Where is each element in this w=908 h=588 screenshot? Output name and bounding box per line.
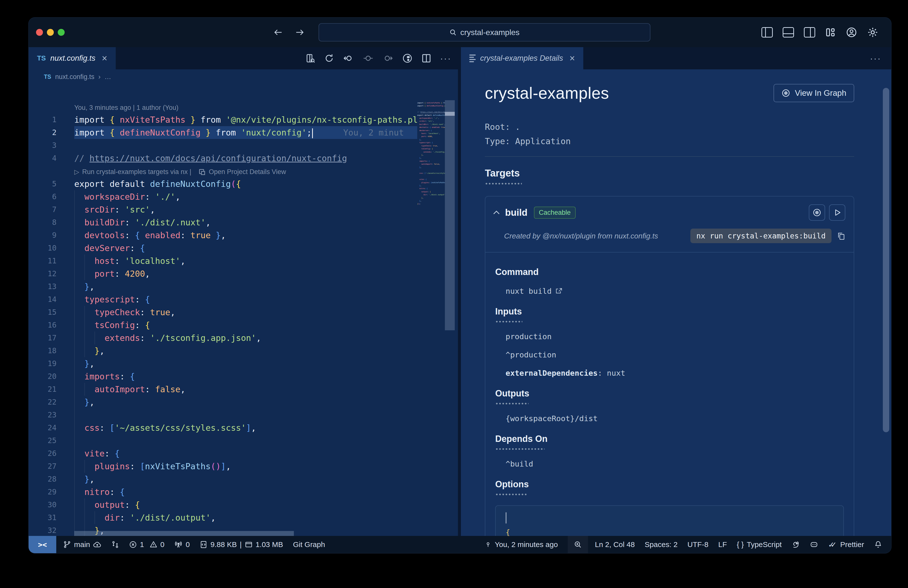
command-value[interactable]: nuxt build (506, 287, 844, 295)
code-line[interactable]: 21autoImport: false, (29, 383, 458, 396)
editor-vertical-scrollbar[interactable] (445, 100, 455, 330)
codelens-run-link[interactable]: Run crystal-examples targets via nx (82, 168, 188, 176)
line-number[interactable]: 11 (29, 255, 74, 267)
line-number[interactable]: 27 (29, 460, 74, 473)
minimap[interactable]: import { nxViteTsPaths } from '@nx/vite/… (417, 101, 445, 220)
line-number[interactable]: 18 (29, 344, 74, 357)
code-content[interactable]: }, (74, 344, 417, 357)
next-change-icon[interactable] (382, 53, 393, 63)
line-number[interactable]: 3 (29, 139, 74, 152)
code-line[interactable]: 3 (29, 139, 458, 152)
open-details-icon[interactable] (199, 169, 204, 174)
panel-vertical-scrollbar[interactable] (883, 88, 889, 432)
eol-item[interactable]: LF (718, 540, 727, 549)
more-actions-icon[interactable]: ··· (440, 53, 452, 63)
toggle-primary-sidebar-icon[interactable] (761, 27, 773, 37)
code-content[interactable]: }, (74, 473, 417, 486)
code-content[interactable]: import { nxViteTsPaths } from '@nx/vite/… (74, 113, 417, 126)
problems-item[interactable]: 1 0 (129, 540, 164, 549)
line-number[interactable]: 2 (29, 126, 74, 139)
breadcrumb[interactable]: TS nuxt.config.ts › … (29, 69, 458, 84)
line-number[interactable]: 22 (29, 396, 74, 409)
line-number[interactable]: 6 (29, 190, 74, 203)
line-number[interactable]: 30 (29, 498, 74, 511)
cursor-position-item[interactable]: Ln 2, Col 48 (595, 540, 635, 549)
code-content[interactable]: buildDir: './dist/.nuxt', (74, 216, 417, 229)
code-content[interactable]: autoImport: false, (74, 383, 417, 396)
line-number[interactable]: 20 (29, 370, 74, 383)
code-content[interactable]: // https://nuxt.com/docs/api/configurati… (74, 152, 417, 165)
command-center-search[interactable]: crystal-examples (319, 23, 650, 42)
code-content[interactable]: port: 4200, (74, 267, 417, 280)
code-line[interactable]: 19}, (29, 357, 458, 370)
breadcrumb-file[interactable]: nuxt.config.ts (55, 73, 94, 81)
code-content[interactable]: output: { (74, 498, 417, 511)
line-number[interactable]: 7 (29, 203, 74, 216)
code-content[interactable]: }, (74, 357, 417, 370)
line-number[interactable]: 12 (29, 267, 74, 280)
code-content[interactable] (74, 139, 417, 152)
line-number[interactable]: 28 (29, 473, 74, 486)
code-line[interactable]: 2import { defineNuxtConfig } from 'nuxt/… (29, 126, 458, 139)
zoom-item[interactable] (568, 536, 588, 553)
line-number[interactable]: 25 (29, 434, 74, 447)
language-item[interactable]: { } TypeScript (737, 540, 782, 549)
code-line[interactable]: 5export default defineNuxtConfig({ (29, 177, 458, 190)
git-compare-item[interactable] (111, 541, 119, 548)
code-line[interactable]: 16tsConfig: { (29, 319, 458, 332)
code-line[interactable]: 14typescript: { (29, 293, 458, 306)
code-content[interactable]: typescript: { (74, 293, 417, 306)
close-tab-icon[interactable]: × (570, 53, 575, 64)
code-line[interactable]: 6workspaceDir: './', (29, 190, 458, 203)
external-link-icon[interactable] (555, 287, 563, 295)
line-number[interactable]: 19 (29, 357, 74, 370)
code-line[interactable]: 31dir: './dist/.output', (29, 511, 458, 524)
line-number[interactable]: 5 (29, 177, 74, 190)
line-number[interactable] (29, 100, 74, 113)
code-content[interactable]: }, (74, 280, 417, 293)
line-number[interactable]: 26 (29, 447, 74, 460)
code-line[interactable]: 22}, (29, 396, 458, 409)
code-content[interactable]: ▷Run crystal-examples targets via nx | O… (74, 165, 417, 177)
ports-item[interactable]: 0 (174, 540, 190, 549)
line-number[interactable]: 17 (29, 332, 74, 344)
nx-run-command-chip[interactable]: nx run crystal-examples:build (691, 229, 832, 243)
code-content[interactable]: dir: './dist/.output', (74, 511, 417, 524)
code-line[interactable]: 23 (29, 409, 458, 421)
line-number[interactable]: 10 (29, 242, 74, 255)
line-number[interactable]: 32 (29, 524, 74, 536)
timeline-icon[interactable] (402, 53, 412, 63)
close-window-button[interactable] (36, 29, 43, 36)
blame-item[interactable]: You, 2 minutes ago (485, 540, 558, 549)
code-content[interactable]: css: ['~/assets/css/styles.scss'], (74, 421, 417, 434)
line-number[interactable]: 4 (29, 152, 74, 165)
blame-line[interactable]: You, 3 minutes ago | 1 author (You) (29, 100, 458, 113)
code-content[interactable] (74, 434, 417, 447)
code-content[interactable]: import { defineNuxtConfig } from 'nuxt/c… (74, 126, 417, 139)
code-line[interactable]: 18}, (29, 344, 458, 357)
code-content[interactable]: plugins: [nxViteTsPaths()], (74, 460, 417, 473)
line-number[interactable]: 29 (29, 486, 74, 498)
code-content[interactable]: nitro: { (74, 486, 417, 498)
open-changes-icon[interactable] (306, 53, 316, 63)
line-number[interactable]: 23 (29, 409, 74, 421)
back-icon[interactable] (273, 27, 283, 37)
toggle-panel-icon[interactable] (782, 27, 794, 37)
run-target-icon[interactable] (829, 205, 845, 221)
code-content[interactable]: You, 3 minutes ago | 1 author (You) (74, 100, 417, 113)
code-content[interactable]: host: 'localhost', (74, 255, 417, 267)
previous-change-icon[interactable] (343, 53, 354, 63)
code-line[interactable]: 29nitro: { (29, 486, 458, 498)
pane-divider[interactable] (458, 47, 461, 536)
code-content[interactable]: tsConfig: { (74, 319, 417, 332)
refresh-icon[interactable] (324, 53, 334, 63)
squirrel-extension-icon[interactable] (792, 540, 800, 549)
line-number[interactable]: 31 (29, 511, 74, 524)
code-line[interactable]: 8buildDir: './dist/.nuxt', (29, 216, 458, 229)
target-name[interactable]: build (505, 207, 528, 218)
current-change-icon[interactable] (363, 53, 374, 63)
account-icon[interactable] (846, 27, 857, 38)
code-line[interactable]: 9devtools: { enabled: true }, (29, 229, 458, 242)
git-graph-item[interactable]: Git Graph (293, 540, 325, 549)
minimize-window-button[interactable] (47, 29, 54, 36)
